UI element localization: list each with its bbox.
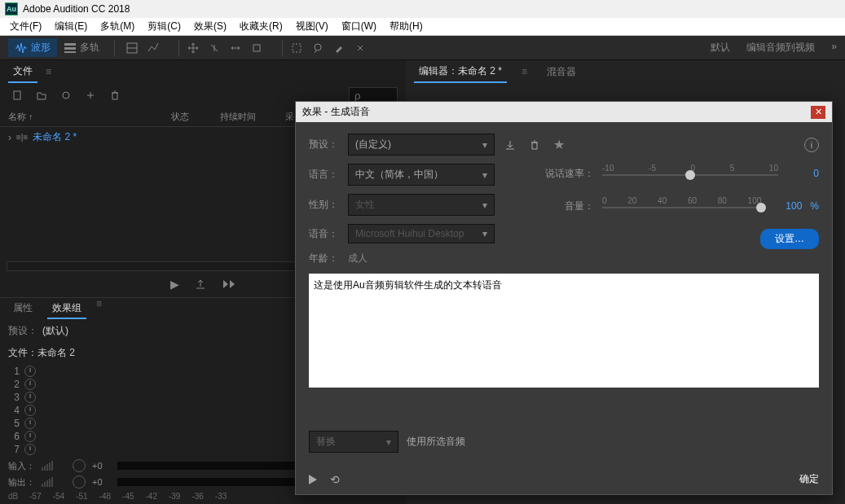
menu-multitrack[interactable]: 多轨(M) — [94, 20, 141, 33]
multitrack-icon — [64, 42, 77, 55]
tool-lasso[interactable] — [309, 39, 327, 57]
window-title: Adobe Audition CC 2018 — [23, 3, 130, 15]
record-icon[interactable] — [57, 86, 75, 104]
svg-rect-2 — [64, 51, 76, 53]
tab-properties[interactable]: 属性 — [8, 298, 37, 319]
preset-label: 预设： — [8, 324, 37, 338]
open-file-icon[interactable] — [33, 86, 51, 104]
rate-value[interactable]: 0 — [786, 168, 819, 179]
input-gain-knob[interactable] — [73, 459, 86, 472]
speech-text-input[interactable] — [309, 274, 819, 388]
tab-effects-rack[interactable]: 效果组 — [47, 298, 86, 319]
ok-button[interactable]: 确定 — [799, 472, 819, 486]
autoplay-icon[interactable] — [222, 278, 236, 291]
file-name: 未命名 2 * — [33, 130, 179, 144]
waveform-icon — [15, 42, 28, 55]
volume-value[interactable]: 100 — [769, 200, 802, 212]
menu-favorites[interactable]: 收藏夹(R) — [233, 20, 289, 33]
language-combo[interactable]: 中文（简体，中国）▾ — [348, 164, 495, 186]
window-titlebar: Au Adobe Audition CC 2018 — [0, 0, 845, 18]
svg-rect-0 — [64, 43, 76, 46]
power-icon[interactable] — [24, 405, 36, 416]
age-value: 成人 — [348, 252, 367, 265]
col-sr[interactable]: 采 — [285, 111, 294, 123]
tool-move[interactable] — [184, 39, 202, 57]
menu-window[interactable]: 窗口(W) — [335, 20, 383, 33]
editor-menu-icon[interactable]: ≡ — [522, 66, 527, 77]
chevron-down-icon: ▾ — [482, 169, 487, 181]
export-icon[interactable] — [194, 278, 207, 291]
menu-clip[interactable]: 剪辑(C) — [141, 20, 187, 33]
insert-icon[interactable] — [81, 86, 99, 104]
menubar: 文件(F) 编辑(E) 多轨(M) 剪辑(C) 效果(S) 收藏夹(R) 视图(… — [0, 18, 845, 36]
new-file-icon[interactable] — [8, 86, 26, 104]
tool-slip[interactable] — [227, 39, 244, 57]
trash-icon[interactable] — [106, 86, 124, 104]
play-button[interactable]: ▶ — [170, 278, 179, 291]
volume-slider[interactable]: 020406080100 — [602, 196, 761, 216]
tool-spectral-freq[interactable] — [123, 39, 141, 57]
output-label: 输出： — [8, 476, 35, 489]
loop-icon[interactable]: ⟲ — [330, 473, 340, 486]
dialog-title: 效果 - 生成语音 — [302, 105, 370, 119]
close-icon[interactable]: ✕ — [811, 106, 825, 119]
replace-combo[interactable]: 替换▾ — [309, 431, 398, 453]
main-toolbar: 波形 多轨 默认 编辑音频到视频 » — [0, 36, 845, 60]
input-label: 输入： — [8, 460, 35, 472]
menu-view[interactable]: 视图(V) — [289, 20, 335, 33]
tab-mixer[interactable]: 混音器 — [542, 62, 581, 82]
workspace-more-icon[interactable]: » — [831, 41, 837, 55]
power-icon[interactable] — [24, 366, 36, 377]
workspace-edit-av[interactable]: 编辑音频到视频 — [746, 41, 815, 55]
output-gain-knob[interactable] — [73, 476, 86, 489]
input-meter — [42, 461, 66, 471]
power-icon[interactable] — [24, 444, 36, 455]
settings-button[interactable]: 设置… — [760, 229, 819, 249]
menu-edit[interactable]: 编辑(E) — [48, 20, 94, 33]
panel-menu-icon[interactable]: ≡ — [96, 298, 102, 319]
preset-combo[interactable]: (自定义)▾ — [348, 134, 495, 156]
voice-combo: Microsoft Huihui Desktop▾ — [348, 224, 495, 243]
power-icon[interactable] — [24, 379, 36, 390]
tool-razor[interactable] — [205, 39, 223, 57]
workspace-default[interactable]: 默认 — [711, 41, 730, 55]
mode-multitrack[interactable]: 多轨 — [57, 38, 106, 57]
info-icon[interactable]: i — [804, 138, 819, 152]
svg-point-6 — [315, 44, 321, 50]
svg-rect-5 — [293, 44, 301, 52]
chevron-down-icon: ▾ — [386, 436, 391, 448]
tool-brush[interactable] — [330, 39, 348, 57]
delete-preset-icon[interactable] — [526, 136, 544, 154]
col-status[interactable]: 状态 — [171, 111, 220, 123]
save-preset-icon[interactable] — [501, 136, 519, 154]
mode-waveform[interactable]: 波形 — [8, 38, 57, 57]
rate-label: 说话速率： — [545, 167, 594, 181]
output-meter — [42, 477, 66, 487]
preset-label: 预设： — [309, 138, 341, 151]
power-icon[interactable] — [24, 392, 36, 403]
preview-play-button[interactable] — [309, 475, 317, 484]
power-icon[interactable] — [24, 418, 36, 429]
panel-menu-icon[interactable]: ≡ — [46, 66, 51, 77]
favorite-icon[interactable]: ★ — [550, 136, 568, 154]
svg-rect-4 — [253, 45, 260, 51]
col-name[interactable]: 名称 ↑ — [8, 111, 171, 123]
menu-help[interactable]: 帮助(H) — [383, 20, 429, 33]
tab-files[interactable]: 文件 — [8, 61, 37, 83]
tab-editor[interactable]: 编辑器：未命名 2 * — [414, 61, 507, 83]
menu-effects[interactable]: 效果(S) — [187, 20, 233, 33]
power-icon[interactable] — [24, 431, 36, 442]
menu-file[interactable]: 文件(F) — [3, 20, 48, 33]
preset-value[interactable]: (默认) — [42, 324, 68, 338]
use-selected-label: 使用所选音频 — [407, 435, 465, 449]
expand-icon[interactable]: › — [8, 132, 11, 143]
tool-heal[interactable] — [351, 39, 369, 57]
tool-marquee[interactable] — [288, 39, 306, 57]
wave-icon: ≡|≡ — [16, 133, 28, 142]
volume-label: 音量： — [545, 199, 594, 213]
svg-point-8 — [63, 92, 69, 99]
rate-slider[interactable]: -10-50510 — [602, 164, 778, 183]
col-duration[interactable]: 持续时间 — [220, 111, 285, 123]
tool-time-select[interactable] — [248, 39, 266, 57]
tool-spectral-pitch[interactable] — [144, 39, 162, 57]
